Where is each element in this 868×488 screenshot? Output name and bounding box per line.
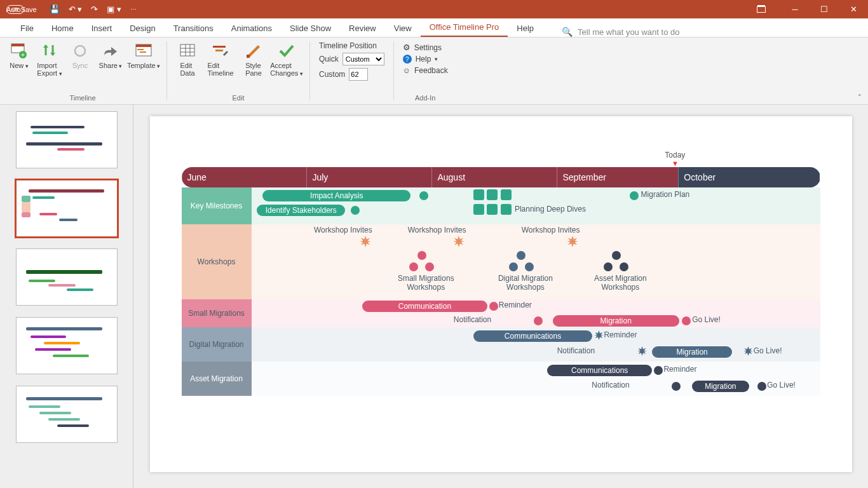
help-button[interactable]: ?Help▾	[403, 55, 448, 64]
svg-rect-13	[213, 46, 226, 48]
milestone-dot[interactable]	[534, 316, 543, 325]
milestone-square[interactable]	[487, 204, 498, 215]
cluster-dot[interactable]	[620, 262, 628, 271]
minimize-button[interactable]: ─	[780, 0, 810, 18]
timeline-chart: Today▼JuneJulyAugustSeptemberOctoberKey …	[182, 167, 820, 396]
milestone-dot[interactable]	[672, 382, 681, 391]
invite-label: Workshop Invites	[314, 226, 372, 234]
collapse-ribbon-icon[interactable]: ˄	[858, 93, 862, 102]
tab-review[interactable]: Review	[340, 24, 385, 37]
milestone-dot[interactable]	[654, 366, 663, 375]
slide-thumb-5[interactable]	[16, 386, 118, 443]
quick-select[interactable]: Custom	[342, 53, 384, 65]
redo-icon[interactable]: ↷	[91, 4, 98, 14]
milestone-square[interactable]	[487, 189, 498, 200]
tab-animations[interactable]: Animations	[222, 24, 281, 37]
slide-thumb-2[interactable]	[16, 180, 118, 237]
ribbon-display-options-icon[interactable]	[751, 0, 780, 18]
autosave-toggle[interactable]: AutoSave Off	[6, 6, 37, 13]
tab-design[interactable]: Design	[121, 24, 164, 37]
tab-slideshow[interactable]: Slide Show	[281, 24, 340, 37]
milestone-square[interactable]	[473, 204, 484, 215]
share-button[interactable]: Share	[95, 40, 126, 77]
timeline-position-label: Timeline Position	[319, 41, 384, 50]
import-icon	[40, 41, 59, 60]
task-bar[interactable]: Communications	[473, 330, 593, 342]
milestone-label: Go Live!	[754, 346, 782, 355]
tab-transitions[interactable]: Transitions	[165, 24, 222, 37]
undo-icon[interactable]: ↶ ▾	[69, 4, 83, 14]
milestone-label: Planning Deep Dives	[515, 205, 586, 214]
present-icon[interactable]: ▣ ▾	[107, 4, 121, 14]
milestone-dot[interactable]	[682, 316, 691, 325]
accept-changes-button[interactable]: Accept Changes	[269, 40, 304, 77]
maximize-button[interactable]: ☐	[810, 0, 839, 18]
cluster-dot[interactable]	[417, 251, 426, 260]
milestone-dot[interactable]	[489, 302, 498, 311]
template-icon	[134, 41, 153, 60]
new-button[interactable]: + New	[4, 40, 34, 77]
task-bar[interactable]: Communication	[362, 301, 487, 312]
task-bar[interactable]: Impact Analysis	[262, 190, 410, 201]
import-export-button[interactable]: Import Export	[34, 40, 65, 77]
edit-data-button[interactable]: Edit Data	[172, 40, 203, 77]
edit-timeline-button[interactable]: Edit Timeline	[203, 40, 238, 77]
slide-thumb-1[interactable]	[16, 111, 118, 168]
milestone-label: Notification	[557, 346, 595, 355]
template-button[interactable]: Template	[126, 40, 161, 77]
milestone-square[interactable]	[473, 189, 484, 200]
milestone-dot[interactable]	[630, 191, 639, 200]
qat-more-icon[interactable]: ⋯	[130, 6, 137, 13]
cluster-dot[interactable]	[612, 251, 621, 260]
slide-thumb-4[interactable]	[16, 317, 118, 374]
burst-icon[interactable]	[594, 330, 604, 340]
tab-help[interactable]: Help	[508, 24, 543, 37]
burst-icon[interactable]	[567, 236, 578, 247]
tab-office-timeline-pro[interactable]: Office Timeline Pro	[421, 22, 508, 37]
slide-thumb-3[interactable]	[16, 248, 118, 306]
task-bar[interactable]: Migration	[692, 381, 749, 392]
svg-rect-14	[215, 50, 223, 51]
tab-home[interactable]: Home	[43, 24, 83, 37]
new-label: New	[10, 62, 29, 69]
save-icon[interactable]: 💾	[50, 4, 60, 14]
grid-icon	[178, 41, 197, 60]
milestone-square[interactable]	[501, 204, 512, 215]
tab-view[interactable]: View	[385, 24, 421, 37]
cluster-dot[interactable]	[409, 262, 418, 271]
tab-insert[interactable]: Insert	[83, 24, 121, 37]
cluster-dot[interactable]	[509, 262, 518, 271]
milestone-dot[interactable]	[757, 382, 766, 391]
cluster-dot[interactable]	[525, 262, 534, 271]
sync-button[interactable]: Sync	[65, 40, 95, 77]
task-bar[interactable]: Identify Stakeholders	[257, 205, 345, 216]
tell-me-search[interactable]: 🔍 Tell me what you want to do	[562, 27, 679, 37]
burst-icon[interactable]	[360, 236, 371, 247]
task-bar[interactable]: Migration	[652, 346, 731, 358]
share-icon	[101, 41, 120, 60]
milestone-dot[interactable]	[419, 191, 428, 200]
task-bar[interactable]: Communications	[547, 365, 653, 376]
ribbon: + New Import Export Sync Share Template …	[0, 37, 868, 105]
task-bar[interactable]: Migration	[553, 315, 679, 327]
close-button[interactable]: ✕	[839, 0, 868, 18]
search-icon: 🔍	[562, 27, 573, 37]
cluster-dot[interactable]	[425, 262, 434, 271]
invite-label: Workshop Invites	[522, 226, 580, 234]
tab-file[interactable]: File	[11, 24, 43, 37]
burst-icon[interactable]	[453, 236, 465, 247]
row-workshops: WorkshopsWorkshop InvitesWorkshop Invite…	[182, 224, 820, 299]
style-pane-button[interactable]: Style Pane	[238, 40, 269, 77]
milestone-dot[interactable]	[351, 206, 360, 215]
cluster-dot[interactable]	[604, 262, 613, 271]
slide-canvas[interactable]: Today▼JuneJulyAugustSeptemberOctoberKey …	[150, 116, 852, 472]
slide-thumbnails-panel[interactable]	[0, 105, 133, 488]
burst-icon[interactable]	[743, 346, 753, 356]
milestone-square[interactable]	[501, 189, 512, 200]
settings-button[interactable]: ⚙Settings	[403, 43, 448, 52]
custom-input[interactable]	[349, 68, 368, 81]
burst-icon[interactable]	[637, 346, 647, 356]
cluster-dot[interactable]	[517, 251, 526, 260]
feedback-button[interactable]: ☺Feedback	[403, 66, 448, 75]
check-icon	[277, 41, 296, 60]
